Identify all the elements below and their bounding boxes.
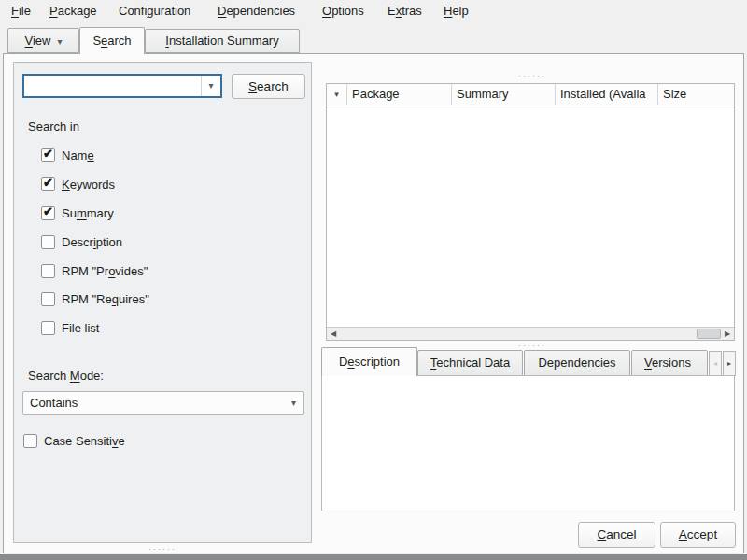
splitter-grip[interactable]: ······ bbox=[518, 343, 546, 348]
checkbox-file-list[interactable]: File list bbox=[41, 320, 99, 335]
splitter-grip[interactable]: ······ bbox=[518, 73, 546, 78]
column-package[interactable]: Package bbox=[347, 84, 452, 105]
checkbox-label: Keywords bbox=[62, 177, 115, 191]
search-options-panel: ▾ Search Search in Name Keywords Summary… bbox=[13, 62, 312, 543]
column-size[interactable]: Size bbox=[658, 84, 734, 105]
checkbox-rpm-provides[interactable]: RPM "Provides" bbox=[41, 263, 148, 278]
checkbox-case-sensitive[interactable]: Case Sensitive bbox=[23, 433, 125, 448]
checkbox-label: File list bbox=[62, 321, 99, 335]
tab-technical-data[interactable]: Technical Data bbox=[417, 350, 523, 376]
splitter-grip[interactable]: ······ bbox=[148, 546, 176, 552]
tab-versions[interactable]: Versions bbox=[631, 350, 708, 376]
tab-description[interactable]: Description bbox=[321, 347, 417, 376]
search-mode-value: Contains bbox=[30, 396, 78, 410]
scrollbar-thumb[interactable] bbox=[697, 329, 721, 339]
menu-dependencies[interactable]: Dependencies bbox=[214, 0, 299, 22]
search-button[interactable]: Search bbox=[232, 74, 305, 99]
menu-bar: File Package Configuration Dependencies … bbox=[0, 0, 747, 22]
package-table-body[interactable] bbox=[327, 105, 734, 327]
checkbox-label: RPM "Requires" bbox=[62, 292, 149, 306]
checkbox-box[interactable] bbox=[41, 177, 55, 191]
search-text-field[interactable] bbox=[26, 76, 199, 96]
checkbox-box[interactable] bbox=[23, 434, 37, 448]
checkbox-label: Summary bbox=[62, 206, 114, 220]
search-tab-pane: ▾ Search Search in Name Keywords Summary… bbox=[3, 53, 744, 553]
chevron-down-icon: ▾ bbox=[291, 392, 296, 414]
menu-package[interactable]: Package bbox=[46, 0, 101, 22]
cancel-button[interactable]: Cancel bbox=[578, 522, 655, 548]
accept-button[interactable]: Accept bbox=[660, 522, 736, 548]
tab-scroll-left-icon[interactable]: ◂ bbox=[709, 351, 722, 376]
menu-help[interactable]: Help bbox=[440, 0, 472, 22]
tab-installation-summary[interactable]: Installation Summary bbox=[145, 29, 300, 53]
tab-dependencies[interactable]: Dependencies bbox=[524, 350, 630, 376]
column-installed[interactable]: Installed (Availa bbox=[556, 84, 658, 105]
package-table-header: ▾ Package Summary Installed (Availa Size bbox=[327, 84, 734, 105]
search-history-dropdown-icon[interactable]: ▾ bbox=[201, 76, 220, 96]
checkbox-rpm-requires[interactable]: RPM "Requires" bbox=[41, 291, 149, 306]
window-bottom-edge bbox=[0, 554, 747, 560]
search-mode-select[interactable]: Contains ▾ bbox=[22, 391, 304, 415]
checkbox-label: Name bbox=[62, 148, 94, 162]
checkbox-name[interactable]: Name bbox=[41, 147, 94, 162]
search-input[interactable]: ▾ bbox=[22, 74, 222, 98]
package-table: ▾ Package Summary Installed (Availa Size… bbox=[326, 83, 735, 341]
column-summary[interactable]: Summary bbox=[452, 84, 556, 105]
horizontal-scrollbar[interactable]: ◀ ▶ bbox=[327, 327, 734, 340]
search-in-label: Search in bbox=[28, 119, 79, 133]
scroll-left-icon[interactable]: ◀ bbox=[327, 328, 340, 340]
menu-options[interactable]: Options bbox=[318, 0, 368, 22]
column-status-sort-icon[interactable]: ▾ bbox=[327, 84, 347, 105]
menu-file[interactable]: File bbox=[7, 0, 35, 22]
tab-search[interactable]: Search bbox=[79, 27, 145, 54]
checkbox-box[interactable] bbox=[41, 235, 55, 249]
checkbox-summary[interactable]: Summary bbox=[41, 205, 114, 220]
menu-extras[interactable]: Extras bbox=[384, 0, 426, 22]
checkbox-box[interactable] bbox=[41, 264, 55, 278]
checkbox-label: Description bbox=[62, 235, 122, 249]
checkbox-label: RPM "Provides" bbox=[62, 264, 148, 278]
tab-scroll-right-icon[interactable]: ▸ bbox=[723, 351, 736, 376]
view-tab-label: View bbox=[25, 34, 51, 48]
view-dropdown-tab[interactable]: View▾ bbox=[7, 28, 79, 53]
search-mode-label: Search Mode: bbox=[28, 369, 104, 383]
checkbox-box[interactable] bbox=[41, 148, 55, 162]
checkbox-box[interactable] bbox=[41, 292, 55, 306]
checkbox-box[interactable] bbox=[41, 206, 55, 220]
checkbox-label: Case Sensitive bbox=[44, 434, 125, 448]
checkbox-box[interactable] bbox=[41, 321, 55, 335]
menu-configuration[interactable]: Configuration bbox=[115, 0, 194, 22]
description-panel bbox=[321, 375, 735, 511]
checkbox-description[interactable]: Description bbox=[41, 234, 122, 249]
scroll-right-icon[interactable]: ▶ bbox=[721, 328, 734, 340]
checkbox-keywords[interactable]: Keywords bbox=[41, 176, 115, 191]
chevron-down-icon: ▾ bbox=[57, 36, 62, 47]
